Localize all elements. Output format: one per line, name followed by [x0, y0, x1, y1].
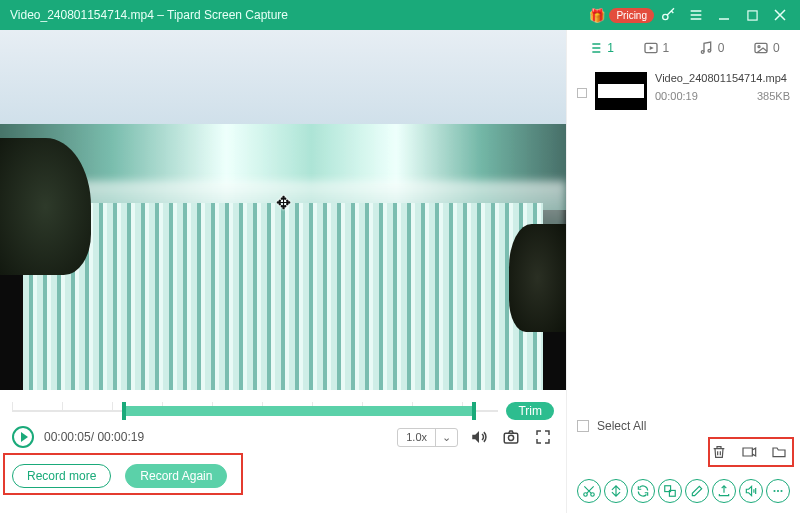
tab-image-count: 0 [773, 41, 780, 55]
video-preview[interactable]: ✥ [0, 30, 566, 390]
share-button[interactable] [738, 441, 760, 463]
fullscreen-button[interactable] [532, 426, 554, 448]
trim-button[interactable]: Trim [506, 402, 554, 420]
gift-icon: 🎁 [589, 8, 605, 23]
titlebar: Video_240801154714.mp4 – Tipard Screen C… [0, 0, 800, 30]
svg-point-8 [758, 46, 760, 48]
library-footer: Select All [567, 411, 800, 471]
pricing-label: Pricing [616, 10, 647, 21]
svg-point-5 [701, 51, 704, 54]
svg-point-15 [780, 490, 782, 492]
trim-handle-start[interactable] [122, 402, 126, 420]
svg-point-6 [708, 49, 711, 52]
select-all-checkbox[interactable] [577, 420, 589, 432]
preview-image [0, 30, 566, 390]
tab-list[interactable]: 1 [587, 40, 614, 56]
timeline: Trim [0, 390, 566, 426]
tool-volume[interactable] [739, 479, 763, 503]
time-display: 00:00:05/ 00:00:19 [44, 430, 144, 444]
tab-image[interactable]: 0 [753, 40, 780, 56]
library-item[interactable]: Video_240801154714.mp4 00:00:19 385KB [567, 66, 800, 120]
tool-edit[interactable] [685, 479, 709, 503]
trim-handle-end[interactable] [472, 402, 476, 420]
tab-video[interactable]: 1 [643, 40, 670, 56]
item-duration: 00:00:19 [655, 90, 698, 102]
speed-selector[interactable]: 1.0x ⌄ [397, 428, 458, 447]
select-all-label: Select All [597, 419, 646, 433]
chevron-down-icon[interactable]: ⌄ [435, 429, 457, 446]
window-title: Video_240801154714.mp4 – Tipard Screen C… [10, 8, 288, 22]
current-time: 00:00:05 [44, 430, 91, 444]
trim-selection[interactable] [122, 406, 476, 416]
key-icon[interactable] [654, 5, 682, 25]
tab-audio-count: 0 [718, 41, 725, 55]
pricing-button[interactable]: Pricing [609, 8, 654, 23]
tab-video-count: 1 [663, 41, 670, 55]
tools-row [567, 471, 800, 513]
speed-value: 1.0x [398, 429, 435, 445]
library-pane: 1 1 0 0 Video_240801154714.mp4 00:00:19 [566, 30, 800, 513]
svg-point-14 [777, 490, 779, 492]
play-icon [21, 432, 28, 442]
tool-convert[interactable] [631, 479, 655, 503]
title-appname: Tipard Screen Capture [167, 8, 288, 22]
item-size: 385KB [757, 90, 790, 102]
tool-compress[interactable] [658, 479, 682, 503]
item-filename: Video_240801154714.mp4 [655, 72, 790, 84]
play-button[interactable] [12, 426, 34, 448]
minimize-button[interactable] [710, 5, 738, 25]
delete-button[interactable] [708, 441, 730, 463]
snapshot-button[interactable] [500, 426, 522, 448]
tool-cut[interactable] [577, 479, 601, 503]
settings-bars-icon[interactable] [682, 5, 710, 25]
record-more-button[interactable]: Record more [12, 464, 111, 488]
svg-rect-1 [747, 10, 756, 19]
volume-button[interactable] [468, 426, 490, 448]
open-folder-button[interactable] [768, 441, 790, 463]
preview-pane: ✥ Trim 00:00:05/ 00:00:19 1.0x ⌄ [0, 30, 566, 513]
item-checkbox[interactable] [577, 88, 587, 98]
total-time: 00:00:19 [97, 430, 144, 444]
svg-point-3 [508, 435, 513, 440]
tool-merge[interactable] [604, 479, 628, 503]
tool-more[interactable] [766, 479, 790, 503]
tab-list-count: 1 [607, 41, 614, 55]
playback-controls: 00:00:05/ 00:00:19 1.0x ⌄ [0, 426, 566, 456]
record-again-button[interactable]: Record Again [125, 464, 227, 488]
title-separator: – [157, 8, 167, 22]
title-filename: Video_240801154714.mp4 [10, 8, 154, 22]
tab-audio[interactable]: 0 [698, 40, 725, 56]
select-all-row[interactable]: Select All [577, 419, 790, 433]
record-actions: Record more Record Again [0, 456, 566, 498]
svg-point-13 [773, 490, 775, 492]
library-tabs: 1 1 0 0 [567, 30, 800, 66]
timeline-ruler[interactable] [12, 402, 498, 420]
close-button[interactable] [766, 5, 794, 25]
svg-rect-7 [755, 43, 767, 52]
item-thumbnail[interactable] [595, 72, 647, 110]
maximize-button[interactable] [738, 5, 766, 25]
tool-export[interactable] [712, 479, 736, 503]
